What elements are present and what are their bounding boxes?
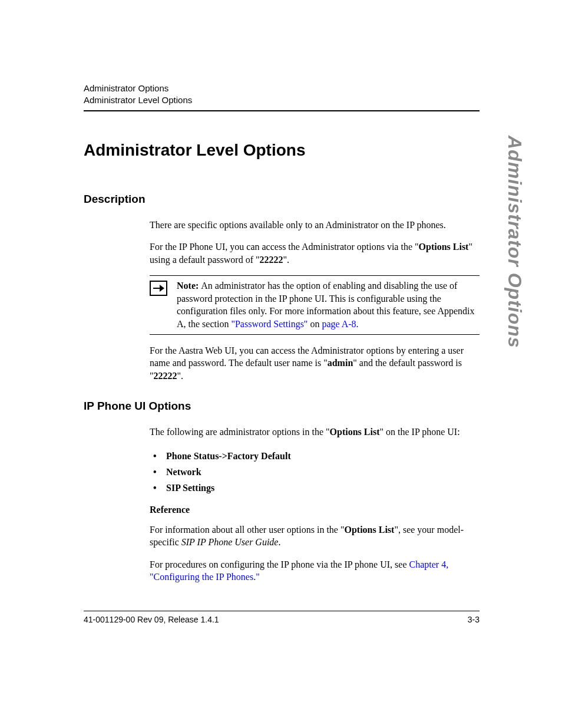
text-bold: 22222	[154, 371, 177, 381]
desc-para-3: For the Aastra Web UI, you can access th…	[150, 344, 480, 383]
link-password-settings[interactable]: "Password Settings"	[231, 319, 308, 329]
text-bold: admin	[328, 358, 353, 368]
desc-para-1: There are specific options available onl…	[150, 219, 480, 232]
options-bullet-list: Phone Status->Factory Default Network SI…	[150, 448, 480, 496]
text: For information about all other user opt…	[150, 525, 344, 535]
note-text: Note: An administrator has the option of…	[177, 279, 480, 330]
arrow-right-icon	[150, 281, 167, 296]
text-italic: SIP IP Phone User Guide	[181, 537, 279, 547]
list-item: SIP Settings	[150, 480, 480, 496]
reference-para-2: For procedures on configuring the IP pho…	[150, 558, 480, 584]
text-bold: Options List	[344, 525, 394, 535]
desc-para-2: For the IP Phone UI, you can access the …	[150, 241, 480, 266]
running-header: Administrator Options Administrator Leve…	[84, 83, 480, 107]
footer-row: 41-001129-00 Rev 09, Release 1.4.1 3-3	[84, 615, 480, 624]
text: For the IP Phone UI, you can access the …	[150, 242, 419, 252]
ipui-body: The following are administrator options …	[150, 426, 480, 584]
text: For procedures on configuring the IP pho…	[150, 559, 409, 569]
side-tab-label: Administrator Options	[504, 136, 525, 348]
footer-page-number: 3-3	[468, 615, 480, 624]
page-footer: 41-001129-00 Rev 09, Release 1.4.1 3-3	[84, 611, 480, 624]
header-line-1: Administrator Options	[84, 83, 480, 94]
text-bold: Options List	[330, 427, 380, 437]
description-body: There are specific options available onl…	[150, 219, 480, 383]
footer-left: 41-001129-00 Rev 09, Release 1.4.1	[84, 615, 219, 624]
ipui-intro: The following are administrator options …	[150, 426, 480, 439]
link-page-a8[interactable]: page A-8.	[322, 319, 358, 329]
page-content: Administrator Options Administrator Leve…	[84, 83, 480, 593]
text: ".	[283, 255, 290, 265]
section-heading-description: Description	[84, 193, 480, 206]
page-title: Administrator Level Options	[84, 141, 480, 160]
reference-para-1: For information about all other user opt…	[150, 523, 480, 549]
text: ".	[177, 371, 184, 381]
text-bold: 22222	[260, 255, 283, 265]
text: on	[308, 319, 322, 329]
header-rule	[84, 110, 480, 111]
section-heading-ipui: IP Phone UI Options	[84, 400, 480, 413]
note-label: Note:	[177, 281, 201, 291]
list-item: Phone Status->Factory Default	[150, 448, 480, 464]
footer-rule	[84, 611, 480, 611]
text-bold: Options List	[419, 242, 469, 252]
list-item: Network	[150, 464, 480, 480]
reference-heading: Reference	[150, 505, 480, 515]
text: " on the IP phone UI:	[380, 427, 460, 437]
text: .	[278, 537, 280, 547]
header-line-2: Administrator Level Options	[84, 94, 480, 106]
svg-marker-1	[160, 285, 164, 292]
note-callout: Note: An administrator has the option of…	[150, 275, 480, 334]
text: The following are administrator options …	[150, 427, 330, 437]
